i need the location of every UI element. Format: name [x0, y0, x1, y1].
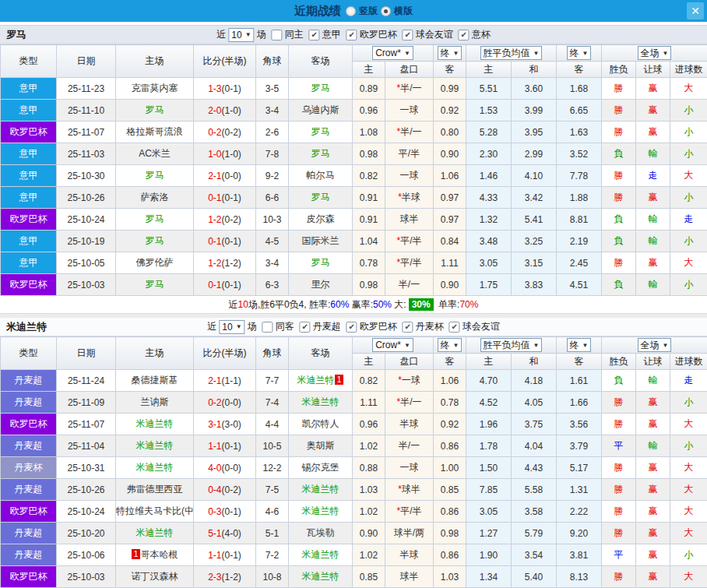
- away-team-cell: 罗马: [289, 187, 353, 209]
- goals-result-cell: 小: [670, 274, 707, 296]
- handicap-result-cell: 走: [636, 165, 670, 187]
- league-label-europa[interactable]: 欧罗巴杯: [360, 320, 397, 333]
- handicap-cell: *平/半: [385, 501, 434, 523]
- same-home-label[interactable]: 同主: [285, 28, 304, 41]
- score-cell: 1-1(0-1): [194, 544, 256, 566]
- radio-vertical-icon[interactable]: [346, 6, 356, 16]
- final-avg-select[interactable]: 终: [567, 46, 592, 60]
- avg-home-cell: 3.05: [466, 252, 512, 274]
- handicap-cell: *平/半: [385, 231, 434, 252]
- league-label-friendly[interactable]: 球会友谊: [463, 320, 500, 333]
- same-away-label[interactable]: 同客: [276, 320, 294, 333]
- league-checkbox-friendly[interactable]: [449, 322, 460, 333]
- table-row: 意甲 25-11-10 罗马 2-0(1-0) 3-4 乌迪内斯 0.96 一球…: [1, 100, 707, 121]
- avg-home-cell: 4.52: [466, 392, 512, 414]
- league-checkbox-danish-super[interactable]: [300, 322, 311, 333]
- away-team-cell: 锡尔克堡: [289, 457, 353, 479]
- handicap-result-cell: 赢: [636, 78, 670, 100]
- col-let-goal: 让球: [636, 354, 670, 370]
- league-label-danish-cup[interactable]: 丹麦杯: [416, 320, 444, 333]
- same-home-checkbox[interactable]: [272, 30, 283, 40]
- avg-odds-select[interactable]: 胜平负均值: [480, 46, 543, 60]
- final-odds-select[interactable]: 终: [438, 46, 463, 60]
- avg-draw-cell: 2.99: [512, 143, 557, 165]
- corner-cell: 7-2: [256, 544, 289, 566]
- col-avg-away: 客: [557, 354, 602, 370]
- avg-draw-cell: 3.54: [512, 544, 557, 566]
- full-match-select[interactable]: 全场: [638, 338, 672, 352]
- league-label-friendly[interactable]: 球会友谊: [416, 28, 453, 41]
- odds-source-select[interactable]: Crow*: [372, 338, 413, 352]
- avg-away-cell: 2.19: [557, 231, 602, 252]
- table-row: 欧罗巴杯 25-10-03 诺丁汉森林 2-3(1-2) 10-8 米迪兰特 0…: [1, 566, 707, 588]
- league-label-coppa[interactable]: 意杯: [472, 28, 491, 41]
- goals-result-cell: 大: [670, 523, 707, 544]
- col-away: 客场: [289, 337, 353, 370]
- home-team-cell: 克雷莫内塞: [116, 78, 194, 100]
- league-checkbox-serie-a[interactable]: [309, 30, 320, 40]
- games-count-select[interactable]: 10: [219, 320, 244, 334]
- corner-cell: 6-3: [256, 274, 289, 296]
- corner-cell: 3-5: [256, 78, 289, 100]
- table-row: 意甲 25-11-23 克雷莫内塞 1-3(0-1) 3-5 罗马 0.89 *…: [1, 78, 707, 100]
- handicap-result-cell: 赢: [636, 121, 670, 143]
- home-odds-cell: 1.08: [353, 121, 385, 143]
- league-checkbox-friendly[interactable]: [403, 30, 413, 40]
- avg-home-cell: 2.30: [466, 143, 512, 165]
- radio-horizontal-icon[interactable]: [381, 6, 391, 16]
- avg-draw-cell: 5.41: [512, 209, 557, 231]
- goals-result-cell: 小: [670, 435, 707, 457]
- full-match-select[interactable]: 全场: [638, 46, 672, 60]
- match-date: 25-10-06: [57, 544, 116, 566]
- col-odds-home: 主: [353, 62, 385, 78]
- home-team-cell: 罗马: [116, 274, 194, 296]
- result-cell: 勝: [602, 392, 636, 414]
- score-cell: 2-3(1-2): [194, 566, 256, 588]
- radio-horizontal-label[interactable]: 横版: [394, 5, 413, 18]
- league-badge: 欧罗巴杯: [1, 209, 57, 231]
- close-icon[interactable]: ✕: [687, 2, 704, 19]
- corner-cell: 2-6: [256, 121, 289, 143]
- home-team-cell: 特拉维夫马卡比(中): [116, 501, 194, 523]
- away-team-cell: 米迪兰特: [289, 566, 353, 588]
- avg-away-cell: 7.78: [557, 165, 602, 187]
- corner-cell: 7-7: [256, 370, 289, 392]
- table-row: 丹麦超 25-11-09 兰讷斯 0-2(0-0) 7-4 米迪兰特 1.11 …: [1, 392, 707, 414]
- league-label-danish-super[interactable]: 丹麦超: [313, 320, 341, 333]
- avg-draw-cell: 4.43: [512, 457, 557, 479]
- home-odds-cell: 0.98: [353, 274, 385, 296]
- col-odds-away: 客: [434, 354, 466, 370]
- team-name-midtjylland: 米迪兰特: [0, 320, 47, 334]
- handicap-cell: 球半: [385, 209, 434, 231]
- league-checkbox-europa[interactable]: [346, 322, 357, 333]
- table-row: 欧罗巴杯 25-10-24 特拉维夫马卡比(中) 0-3(0-1) 4-6 米迪…: [1, 501, 707, 523]
- handicap-result-cell: 輸: [636, 370, 670, 392]
- avg-home-cell: 4.33: [466, 187, 512, 209]
- odds-source-select[interactable]: Crow*: [372, 46, 413, 60]
- games-count-select[interactable]: 10: [228, 28, 254, 42]
- league-checkbox-europa[interactable]: [346, 30, 357, 40]
- match-date: 25-10-24: [57, 501, 116, 523]
- handicap-cell: 球半/两: [385, 523, 434, 544]
- avg-draw-cell: 3.99: [512, 100, 557, 121]
- corner-cell: 4-5: [256, 231, 289, 252]
- same-away-checkbox[interactable]: [262, 322, 273, 333]
- avg-home-cell: 1.90: [466, 544, 512, 566]
- avg-odds-select[interactable]: 胜平负均值: [480, 338, 543, 352]
- radio-vertical-label[interactable]: 竖版: [359, 5, 378, 18]
- avg-away-cell: 1.61: [557, 370, 602, 392]
- home-odds-cell: 0.85: [353, 566, 385, 588]
- final-avg-select[interactable]: 终: [567, 338, 592, 352]
- match-date: 25-11-10: [57, 100, 116, 121]
- result-cell: 勝: [602, 457, 636, 479]
- table-row: 欧罗巴杯 25-10-03 罗马 0-1(0-1) 6-3 里尔 0.98 半/…: [1, 274, 707, 296]
- league-label-europa[interactable]: 欧罗巴杯: [360, 28, 397, 41]
- league-checkbox-coppa[interactable]: [459, 30, 470, 40]
- avg-draw-cell: 3.42: [512, 187, 557, 209]
- score-cell: 1-1(0-1): [194, 435, 256, 457]
- league-checkbox-danish-cup[interactable]: [403, 322, 413, 333]
- final-odds-select[interactable]: 终: [438, 338, 463, 352]
- col-odds-home: 主: [353, 354, 385, 370]
- league-label-serie-a[interactable]: 意甲: [322, 28, 341, 41]
- match-date: 25-11-24: [57, 370, 116, 392]
